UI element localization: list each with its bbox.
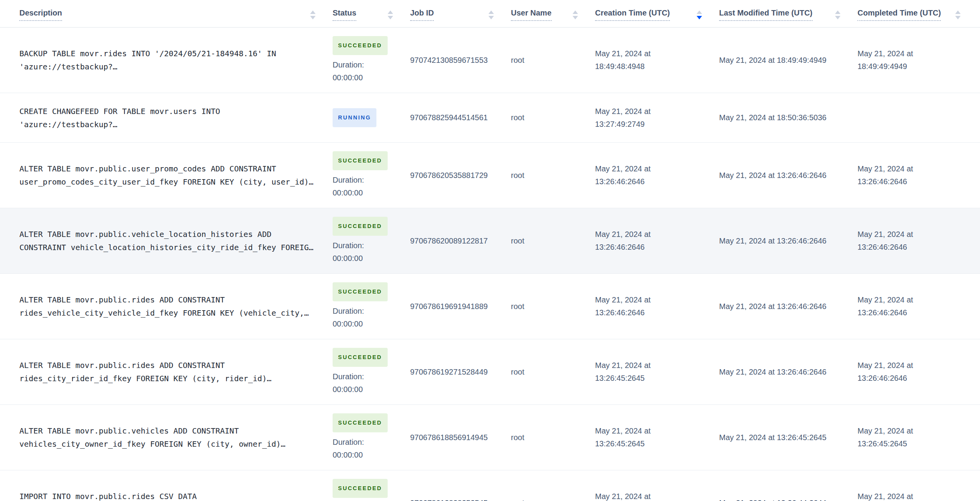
job-status-cell: SUCCEEDED Duration: 00:00:00	[333, 348, 410, 396]
job-last-modified-time-cell: May 21, 2024 at 18:49:49:4949	[719, 54, 858, 67]
job-id-cell: 970678618856914945	[410, 431, 511, 444]
job-description-link[interactable]: ALTER TABLE movr.public.rides ADD CONSTR…	[19, 293, 333, 320]
job-duration: Duration: 00:00:00	[333, 174, 410, 199]
sort-icon[interactable]	[573, 10, 578, 19]
column-header-description[interactable]: Description	[19, 9, 333, 21]
job-description-link[interactable]: ALTER TABLE movr.public.rides ADD CONSTR…	[19, 359, 333, 385]
column-label: Completed Time (UTC)	[858, 9, 941, 21]
job-last-modified-time-cell: May 21, 2024 at 18:50:36:5036	[719, 111, 858, 124]
job-duration: Duration: 00:00:00	[333, 239, 410, 265]
job-status-cell: SUCCEEDED Duration: 00:00:00	[333, 282, 410, 330]
sort-down-arrow-icon	[835, 16, 840, 19]
column-header-user-name[interactable]: User Name	[511, 9, 595, 21]
status-badge: SUCCEEDED	[333, 479, 388, 498]
column-header-creation-time[interactable]: Creation Time (UTC)	[595, 9, 719, 21]
sort-down-arrow-icon	[388, 16, 393, 19]
table-row: IMPORT INTO movr.public.rides CSV DATA (…	[0, 470, 980, 501]
job-creation-time-cell: May 21, 2024 at 13:26:45:2645	[595, 359, 700, 385]
duration-value: 00:00:00	[333, 71, 410, 84]
sort-down-arrow-icon	[697, 16, 702, 19]
status-badge: SUCCEEDED	[333, 348, 388, 367]
duration-value: 00:00:00	[333, 318, 410, 330]
job-creation-time-cell: May 21, 2024 at 13:26:45:2645	[595, 425, 700, 450]
job-creation-time-cell: May 21, 2024 at 18:49:48:4948	[595, 47, 700, 73]
duration-label: Duration:	[333, 370, 410, 383]
job-description-link[interactable]: ALTER TABLE movr.public.vehicles ADD CON…	[19, 424, 333, 451]
job-status-cell: SUCCEEDED Duration: 00:00:00	[333, 217, 410, 265]
status-badge: SUCCEEDED	[333, 36, 388, 55]
job-user-name-cell: root	[511, 497, 595, 501]
job-description-link[interactable]: BACKUP TABLE movr.rides INTO '/2024/05/2…	[19, 47, 333, 73]
duration-label: Duration:	[333, 174, 410, 187]
duration-label: Duration:	[333, 239, 410, 252]
job-completed-time-cell: May 21, 2024 at 13:26:46:2646	[858, 294, 962, 319]
job-duration: Duration: 00:00:00	[333, 305, 410, 330]
table-row: BACKUP TABLE movr.rides INTO '/2024/05/2…	[0, 28, 980, 93]
job-user-name-cell: root	[511, 169, 595, 182]
job-duration: Duration: 00:00:00	[333, 436, 410, 461]
table-row: ALTER TABLE movr.public.user_promo_codes…	[0, 143, 980, 208]
job-completed-time-cell: May 21, 2024 at 13:26:46:2646	[858, 359, 962, 385]
sort-icon[interactable]	[488, 10, 494, 19]
job-user-name-cell: root	[511, 111, 595, 124]
job-id-cell: 970678825944514561	[410, 111, 511, 124]
sort-icon[interactable]	[310, 10, 316, 19]
job-id-cell: 970678612838252545	[410, 497, 511, 501]
sort-icon[interactable]	[835, 10, 840, 19]
table-row: CREATE CHANGEFEED FOR TABLE movr.users I…	[0, 93, 980, 143]
table-row: ALTER TABLE movr.public.rides ADD CONSTR…	[0, 339, 980, 405]
job-last-modified-time-cell: May 21, 2024 at 13:26:45:2645	[719, 431, 858, 444]
status-badge: SUCCEEDED	[333, 413, 388, 432]
sort-up-arrow-icon	[955, 10, 961, 14]
job-description-link[interactable]: IMPORT INTO movr.public.rides CSV DATA (…	[19, 490, 333, 501]
job-status-cell: SUCCEEDED Duration: 00:00:00	[333, 151, 410, 199]
job-user-name-cell: root	[511, 235, 595, 247]
job-last-modified-time-cell: May 21, 2024 at 13:26:44:2644	[719, 497, 858, 501]
sort-down-arrow-icon	[955, 16, 961, 19]
sort-icon[interactable]	[388, 10, 393, 19]
sort-icon[interactable]	[955, 10, 961, 19]
duration-value: 00:00:00	[333, 187, 410, 199]
job-creation-time-cell: May 21, 2024 at 13:26:46:2646	[595, 228, 700, 254]
table-row: ALTER TABLE movr.public.rides ADD CONSTR…	[0, 274, 980, 339]
job-id-cell: 970678619271528449	[410, 366, 511, 378]
sort-down-arrow-icon	[573, 16, 578, 19]
job-description-link[interactable]: ALTER TABLE movr.public.vehicle_location…	[19, 228, 333, 254]
job-status-cell: SUCCEEDED Duration: 00:00:00	[333, 479, 410, 501]
sort-up-arrow-icon	[835, 10, 840, 14]
sort-up-arrow-icon	[573, 10, 578, 14]
sort-up-arrow-icon	[388, 10, 393, 14]
duration-label: Duration:	[333, 59, 410, 71]
duration-value: 00:00:00	[333, 383, 410, 396]
jobs-table: Description Status Job ID User Name Crea…	[0, 0, 980, 501]
job-duration: Duration: 00:00:00	[333, 59, 410, 84]
column-header-status[interactable]: Status	[333, 9, 410, 21]
column-label: Creation Time (UTC)	[595, 9, 670, 21]
table-row: ALTER TABLE movr.public.vehicles ADD CON…	[0, 405, 980, 470]
column-label: Description	[19, 9, 62, 21]
job-last-modified-time-cell: May 21, 2024 at 13:26:46:2646	[719, 169, 858, 182]
job-duration: Duration: 00:00:00	[333, 370, 410, 396]
job-description-link[interactable]: CREATE CHANGEFEED FOR TABLE movr.users I…	[19, 105, 333, 131]
sort-down-arrow-icon	[310, 16, 316, 19]
job-status-cell: SUCCEEDED Duration: 00:00:00	[333, 413, 410, 461]
column-header-completed-time[interactable]: Completed Time (UTC)	[858, 9, 966, 21]
job-description-link[interactable]: ALTER TABLE movr.public.user_promo_codes…	[19, 162, 333, 188]
column-header-job-id[interactable]: Job ID	[410, 9, 511, 21]
status-badge: SUCCEEDED	[333, 282, 388, 301]
sort-icon[interactable]	[697, 10, 702, 19]
jobs-table-body: BACKUP TABLE movr.rides INTO '/2024/05/2…	[0, 28, 980, 501]
job-user-name-cell: root	[511, 431, 595, 444]
job-creation-time-cell: May 21, 2024 at 13:26:46:2646	[595, 294, 700, 319]
job-creation-time-cell: May 21, 2024 at 13:27:49:2749	[595, 105, 700, 131]
sort-up-arrow-icon	[488, 10, 494, 14]
job-user-name-cell: root	[511, 300, 595, 313]
sort-up-arrow-icon	[697, 10, 702, 14]
column-label: Job ID	[410, 9, 434, 21]
job-status-cell: SUCCEEDED Duration: 00:00:00	[333, 36, 410, 84]
job-creation-time-cell: May 21, 2024 at 13:26:43:2643	[595, 490, 700, 501]
job-id-cell: 970678619691941889	[410, 300, 511, 313]
column-label: Last Modified Time (UTC)	[719, 9, 813, 21]
column-header-last-modified-time[interactable]: Last Modified Time (UTC)	[719, 9, 858, 21]
column-label: User Name	[511, 9, 552, 21]
